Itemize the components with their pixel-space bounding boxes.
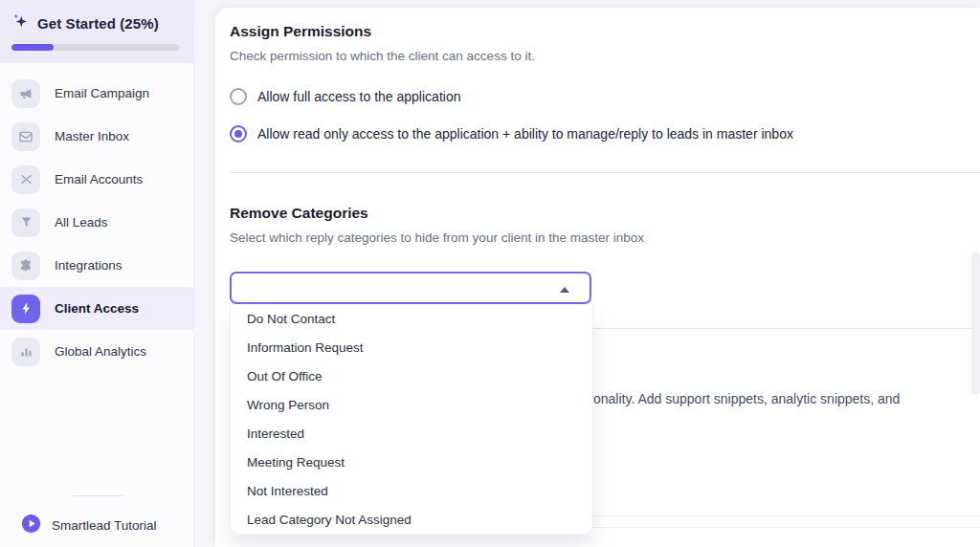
bolt-icon [11,295,40,323]
megaphone-icon [11,79,40,108]
dropdown-option-wrong-person[interactable]: Wrong Person [231,391,592,420]
progress-bar-fill [11,44,54,51]
assign-permissions-title: Assign Permissions [230,23,371,40]
get-started-label: Get Started (25%) [37,15,159,32]
radio-circle-selected-icon[interactable] [230,125,247,142]
radio-circle-icon[interactable] [230,88,247,105]
remove-categories-select[interactable] [230,272,591,304]
sidebar-item-label: Global Analytics [55,344,146,359]
dropdown-option-out-of-office[interactable]: Out Of Office [231,362,592,391]
assign-permissions-description: Check permission to which the client can… [230,49,535,63]
sidebar-item-master-inbox[interactable]: Master Inbox [0,115,194,158]
puzzle-icon [11,252,40,280]
get-started-banner[interactable]: Get Started (25%) [0,0,194,63]
scrollbar-thumb[interactable] [971,252,980,395]
sidebar-item-label: Master Inbox [55,129,129,143]
sidebar-item-label: Email Accounts [55,172,143,186]
radio-label: Allow read only access to the applicatio… [257,126,793,142]
app-window: Get Started (25%) Email Campaign [0,0,980,547]
dropdown-option-do-not-contact[interactable]: Do Not Contact [231,305,592,334]
sidebar-item-label: Client Access [55,301,139,316]
sidebar-nav: Email Campaign Master Inbox Email A [0,72,194,373]
dropdown-option-meeting-request[interactable]: Meeting Request [231,449,592,477]
dropdown-option-not-interested[interactable]: Not Interested [231,477,592,506]
section-divider [230,172,980,173]
radio-read-only-access[interactable]: Allow read only access to the applicatio… [230,125,793,142]
tutorial-label: Smartlead Tutorial [52,518,157,533]
email-swap-icon [11,165,40,194]
partially-hidden-description: onality. Add support snippets, analytic … [593,391,900,406]
main-panel: Assign Permissions Check permission to w… [215,8,980,547]
remove-categories-title: Remove Categories [230,205,368,222]
sidebar-footer-divider [71,495,124,496]
progress-bar [11,44,180,51]
sparkle-icon [11,12,30,34]
categories-dropdown-menu: Do Not Contact Information Request Out O… [230,305,593,535]
remove-categories-description: Select which reply categories to hide fr… [230,230,644,245]
play-icon [21,514,41,537]
sidebar-item-all-leads[interactable]: All Leads [0,201,194,244]
sidebar: Get Started (25%) Email Campaign [0,0,194,547]
sidebar-item-client-access[interactable]: Client Access [0,287,194,330]
funnel-icon [11,208,40,237]
chevron-up-icon[interactable] [560,287,569,293]
radio-full-access[interactable]: Allow full access to the application [230,88,460,105]
sidebar-footer: Smartlead Tutorial [0,495,194,547]
sidebar-item-email-campaign[interactable]: Email Campaign [0,72,194,115]
dropdown-option-lead-category-not-assigned[interactable]: Lead Category Not Assigned [231,506,592,535]
sidebar-item-email-accounts[interactable]: Email Accounts [0,158,194,201]
dropdown-option-information-request[interactable]: Information Request [231,334,592,362]
sidebar-item-global-analytics[interactable]: Global Analytics [0,330,194,373]
dropdown-option-interested[interactable]: Interested [231,420,592,449]
sidebar-item-integrations[interactable]: Integrations [0,244,194,287]
smartlead-tutorial-link[interactable]: Smartlead Tutorial [0,514,194,547]
bar-chart-icon [11,338,40,366]
sidebar-item-label: All Leads [55,215,108,230]
sidebar-item-label: Email Campaign [55,86,149,100]
sidebar-item-label: Integrations [55,258,122,273]
envelope-icon [11,122,40,151]
radio-label: Allow full access to the application [257,89,460,104]
